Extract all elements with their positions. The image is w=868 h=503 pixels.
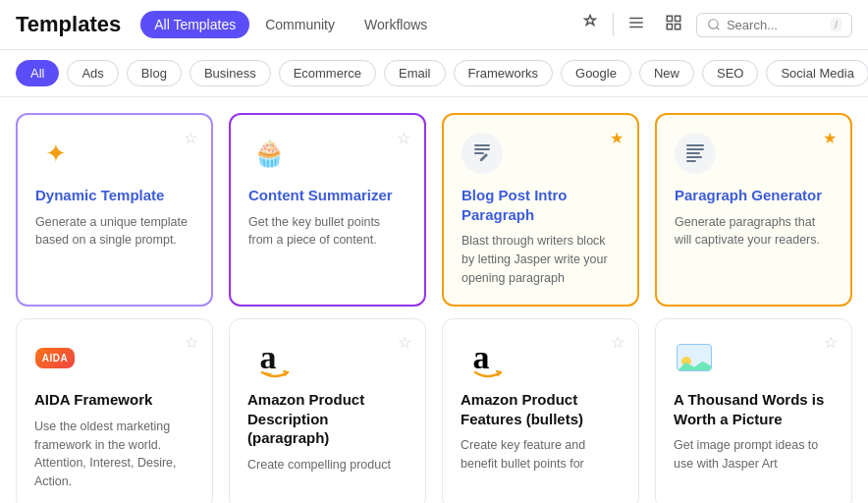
amazon-smile (260, 370, 290, 378)
filter-seo[interactable]: SEO (702, 60, 758, 86)
amazon-smile-2 (473, 370, 503, 378)
svg-line-8 (717, 28, 720, 30)
star-amazon-features[interactable]: ☆ (611, 333, 624, 352)
amazon-features-desc: Create key feature and benefit bullet po… (461, 436, 621, 474)
dynamic-template-title: Dynamic Template (35, 186, 193, 205)
card-thousand-words[interactable]: ☆ A Thousand Words is Worth a Picture Ge… (655, 318, 852, 503)
svg-rect-6 (675, 25, 679, 29)
svg-rect-4 (675, 16, 679, 21)
thousand-words-desc: Get image prompt ideas to use with Jaspe… (674, 436, 834, 474)
card-aida-framework[interactable]: ☆ AIDA AIDA Framework Use the oldest mar… (16, 318, 213, 503)
card-blog-post-intro[interactable]: ★ Blog Post Intro Paragraph Blast throug… (442, 113, 639, 307)
content-summarizer-icon: 🧁 (248, 133, 290, 174)
svg-rect-15 (686, 156, 702, 158)
star-content-summarizer[interactable]: ☆ (397, 129, 410, 147)
search-shortcut: / (831, 18, 841, 31)
svg-rect-5 (667, 25, 672, 29)
filter-social-media[interactable]: Social Media (766, 60, 868, 86)
paragraph-generator-title: Paragraph Generator (675, 186, 833, 205)
amazon-features-title: Amazon Product Features (bullets) (461, 390, 621, 428)
search-box: / (696, 13, 852, 37)
star-thousand-words[interactable]: ☆ (824, 333, 838, 352)
filter-ads[interactable]: Ads (67, 60, 118, 86)
filter-bar: All Ads Blog Business Ecommerce Email Fr… (0, 50, 868, 97)
blog-post-icon (461, 133, 503, 174)
star-paragraph-generator[interactable]: ★ (823, 129, 837, 147)
star-blog-post-intro[interactable]: ★ (610, 129, 624, 147)
dynamic-template-icon: ✦ (35, 133, 77, 174)
divider (613, 13, 614, 36)
paragraph-generator-icon (675, 133, 716, 174)
filter-google[interactable]: Google (561, 60, 631, 86)
svg-rect-10 (474, 148, 490, 150)
svg-rect-3 (667, 16, 672, 21)
dynamic-template-desc: Generate a unique template based on a si… (35, 213, 193, 251)
nav-all-templates[interactable]: All Templates (140, 11, 249, 38)
blog-post-desc: Blast through writers block by letting J… (461, 232, 620, 287)
filter-ecommerce[interactable]: Ecommerce (279, 60, 376, 86)
list-view-button[interactable] (622, 10, 651, 39)
thousand-words-title: A Thousand Words is Worth a Picture (674, 390, 834, 428)
header: Templates All Templates Community Workfl… (0, 0, 868, 50)
filter-frameworks[interactable]: Frameworks (454, 60, 554, 86)
filter-email[interactable]: Email (384, 60, 446, 86)
page-title: Templates (16, 12, 121, 37)
svg-point-7 (709, 20, 718, 28)
filter-new[interactable]: New (639, 60, 694, 86)
amazon-desc-icon: a (247, 337, 289, 378)
blog-svg-icon (470, 141, 494, 165)
grid-view-button[interactable] (659, 10, 688, 39)
card-content-summarizer[interactable]: ☆ 🧁 Content Summarizer Get the key bulle… (229, 113, 426, 307)
nav-community[interactable]: Community (251, 11, 349, 38)
svg-rect-9 (474, 144, 490, 146)
paragraph-svg-icon (683, 141, 707, 165)
amazon-features-icon: a (461, 337, 502, 378)
filter-all[interactable]: All (16, 60, 59, 86)
content-summarizer-title: Content Summarizer (248, 186, 407, 205)
svg-rect-16 (686, 160, 696, 162)
cards-grid-row1: ☆ ✦ Dynamic Template Generate a unique t… (0, 97, 868, 322)
card-paragraph-generator[interactable]: ★ Paragraph Generator Generate paragraph… (655, 113, 852, 307)
blog-post-title: Blog Post Intro Paragraph (461, 186, 620, 224)
card-amazon-product-features[interactable]: ☆ a Amazon Product Features (bullets) Cr… (442, 318, 639, 503)
amazon-desc-title: Amazon Product Description (paragraph) (247, 390, 407, 448)
magic-icon-button[interactable] (575, 10, 605, 39)
paragraph-generator-desc: Generate paragraphs that will captivate … (675, 213, 833, 251)
nav-workflows[interactable]: Workflows (351, 11, 441, 38)
content-summarizer-desc: Get the key bullet points from a piece o… (248, 213, 407, 251)
thousand-words-icon (674, 337, 715, 378)
svg-rect-11 (474, 152, 484, 154)
svg-rect-14 (686, 152, 700, 154)
svg-rect-13 (686, 148, 704, 150)
star-aida[interactable]: ☆ (185, 333, 198, 352)
aida-icon: AIDA (34, 337, 76, 378)
cards-grid-row2: ☆ AIDA AIDA Framework Use the oldest mar… (0, 318, 868, 503)
aida-desc: Use the oldest marketing framework in th… (34, 418, 194, 491)
filter-business[interactable]: Business (190, 60, 271, 86)
filter-blog[interactable]: Blog (127, 60, 182, 86)
aida-title: AIDA Framework (34, 390, 194, 410)
star-amazon-desc[interactable]: ☆ (398, 333, 411, 352)
card-amazon-product-desc[interactable]: ☆ a Amazon Product Description (paragrap… (229, 318, 426, 503)
search-icon (707, 18, 721, 31)
svg-rect-12 (686, 144, 704, 146)
header-right: / (575, 10, 852, 39)
card-dynamic-template[interactable]: ☆ ✦ Dynamic Template Generate a unique t… (16, 113, 213, 307)
search-input[interactable] (727, 18, 825, 32)
star-dynamic-template[interactable]: ☆ (184, 129, 197, 147)
header-nav: All Templates Community Workflows (140, 11, 441, 38)
amazon-desc-desc: Create compelling product (247, 456, 407, 475)
